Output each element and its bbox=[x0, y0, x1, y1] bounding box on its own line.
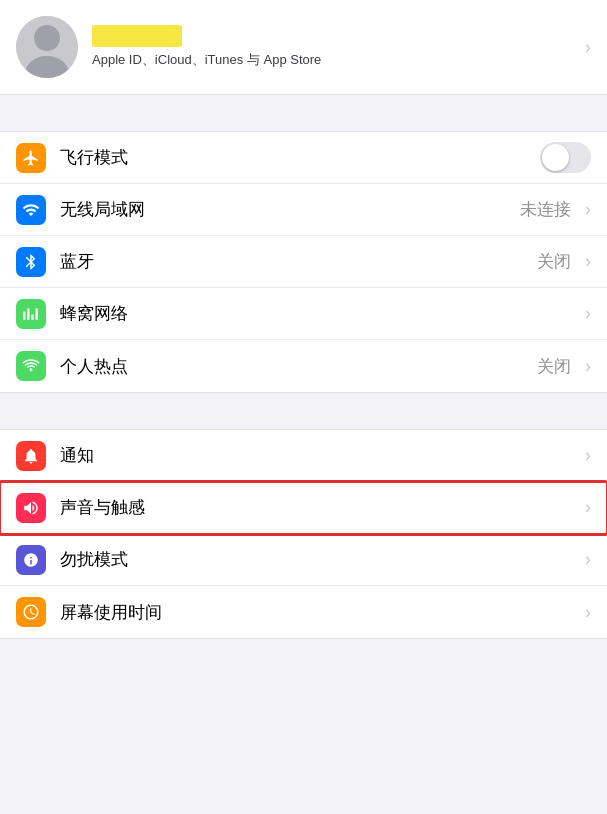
settings-item-bluetooth[interactable]: 蓝牙 关闭 › bbox=[0, 236, 607, 288]
cellular-right: › bbox=[577, 303, 591, 324]
system-group: 通知 › 声音与触感 › 勿扰模式 › bbox=[0, 429, 607, 639]
settings-item-cellular[interactable]: 蜂窝网络 › bbox=[0, 288, 607, 340]
notifications-right: › bbox=[577, 445, 591, 466]
screentime-right: › bbox=[577, 602, 591, 623]
hotspot-label: 个人热点 bbox=[60, 355, 537, 378]
settings-item-donotdisturb[interactable]: 勿扰模式 › bbox=[0, 534, 607, 586]
settings-item-notifications[interactable]: 通知 › bbox=[0, 430, 607, 482]
donotdisturb-right: › bbox=[577, 549, 591, 570]
settings-item-sounds[interactable]: 声音与触感 › bbox=[0, 482, 607, 534]
bluetooth-right: 关闭 › bbox=[537, 250, 591, 273]
section-gap-2 bbox=[0, 393, 607, 429]
hotspot-value: 关闭 bbox=[537, 355, 571, 378]
profile-info: Apple ID、iCloud、iTunes 与 App Store bbox=[92, 25, 577, 69]
airplane-label: 飞行模式 bbox=[60, 146, 540, 169]
airplane-icon bbox=[16, 143, 46, 173]
sounds-right: › bbox=[577, 497, 591, 518]
bluetooth-value: 关闭 bbox=[537, 250, 571, 273]
settings-item-screentime[interactable]: 屏幕使用时间 › bbox=[0, 586, 607, 638]
wifi-chevron: › bbox=[585, 199, 591, 220]
settings-item-airplane[interactable]: 飞行模式 bbox=[0, 132, 607, 184]
hotspot-right: 关闭 › bbox=[537, 355, 591, 378]
airplane-toggle[interactable] bbox=[540, 142, 591, 173]
bluetooth-icon bbox=[16, 247, 46, 277]
profile-subtitle: Apple ID、iCloud、iTunes 与 App Store bbox=[92, 51, 577, 69]
section-gap-3 bbox=[0, 639, 607, 675]
screentime-chevron: › bbox=[585, 602, 591, 623]
avatar bbox=[16, 16, 78, 78]
cellular-chevron: › bbox=[585, 303, 591, 324]
settings-item-wifi[interactable]: 无线局域网 未连接 › bbox=[0, 184, 607, 236]
profile-chevron: › bbox=[585, 37, 591, 58]
connectivity-group: 飞行模式 无线局域网 未连接 › 蓝牙 关闭 › bbox=[0, 131, 607, 393]
wifi-right: 未连接 › bbox=[520, 198, 591, 221]
sounds-label: 声音与触感 bbox=[60, 496, 577, 519]
hotspot-chevron: › bbox=[585, 356, 591, 377]
svg-point-1 bbox=[34, 25, 60, 51]
donotdisturb-label: 勿扰模式 bbox=[60, 548, 577, 571]
wifi-value: 未连接 bbox=[520, 198, 571, 221]
hotspot-icon bbox=[16, 351, 46, 381]
bluetooth-label: 蓝牙 bbox=[60, 250, 537, 273]
notifications-label: 通知 bbox=[60, 444, 577, 467]
sounds-icon bbox=[16, 493, 46, 523]
sounds-chevron: › bbox=[585, 497, 591, 518]
notifications-chevron: › bbox=[585, 445, 591, 466]
settings-item-hotspot[interactable]: 个人热点 关闭 › bbox=[0, 340, 607, 392]
donotdisturb-chevron: › bbox=[585, 549, 591, 570]
cellular-icon bbox=[16, 299, 46, 329]
wifi-label: 无线局域网 bbox=[60, 198, 520, 221]
screentime-label: 屏幕使用时间 bbox=[60, 601, 577, 624]
screentime-icon bbox=[16, 597, 46, 627]
wifi-icon bbox=[16, 195, 46, 225]
bluetooth-chevron: › bbox=[585, 251, 591, 272]
notifications-icon bbox=[16, 441, 46, 471]
profile-row[interactable]: Apple ID、iCloud、iTunes 与 App Store › bbox=[0, 0, 607, 95]
profile-name-placeholder bbox=[92, 25, 182, 47]
airplane-toggle-knob bbox=[542, 144, 569, 171]
section-gap-1 bbox=[0, 95, 607, 131]
cellular-label: 蜂窝网络 bbox=[60, 302, 577, 325]
donotdisturb-icon bbox=[16, 545, 46, 575]
